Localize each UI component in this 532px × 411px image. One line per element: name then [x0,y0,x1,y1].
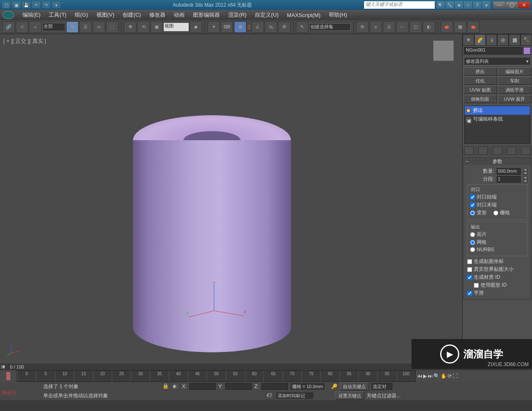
menu-view[interactable]: 视图(V) [92,11,118,19]
realworld-checkbox[interactable] [467,267,472,272]
angle-snap-icon[interactable]: ∠ [251,21,264,33]
close-button[interactable]: ✕ [518,1,530,9]
genmatid-checkbox[interactable] [467,275,472,280]
unique-icon[interactable] [493,146,502,155]
manipulate-icon[interactable]: ✦ [207,21,220,33]
named-sel-dropdown[interactable]: 创建选择集 [309,23,351,31]
mesh-radio[interactable] [470,240,475,245]
object-name-field[interactable]: NGon001 [464,47,522,54]
menu-customize[interactable]: 自定义(U) [251,11,283,19]
play-icon[interactable]: ▶ [423,373,427,379]
menu-animation[interactable]: 动画 [170,11,189,19]
menu-edit[interactable]: 编辑(E) [18,11,44,19]
open-icon[interactable]: ▣ [12,1,21,9]
redo-icon[interactable]: ↷ [42,1,51,9]
addtime-field[interactable]: 添加时间标记 [276,392,313,399]
mod-btn-editpatch[interactable]: 编辑面片 [498,67,532,76]
segments-field[interactable]: 1 [497,176,521,183]
select-name-icon[interactable]: ☰ [79,21,92,33]
rollout-header[interactable]: − 参数 [464,158,531,165]
mod-btn-optimize[interactable]: 优化 [463,77,497,85]
bind-icon[interactable]: ≈ [29,21,42,33]
mod-btn-turbosmooth[interactable]: 涡轮平滑 [498,86,532,94]
nav-zoom-icon[interactable]: 🔍 [433,373,440,379]
undo-icon[interactable]: ↶ [32,1,41,9]
patch-radio[interactable] [470,232,475,237]
snap-toggle-icon[interactable]: ⊞ [234,21,246,33]
nav-max-icon[interactable]: ⛶ [453,373,458,379]
pivot-icon[interactable]: ◆ [190,21,202,33]
new-icon[interactable]: ▢ [2,1,11,9]
app-icon[interactable] [2,11,14,19]
abs-rel-icon[interactable]: ◈ [172,383,180,390]
stack-item-extrude[interactable]: 挤出 [465,106,530,115]
expand-icon[interactable]: ▣ [466,117,470,121]
y-field[interactable] [225,383,252,390]
mod-btn-bevelprofile[interactable]: 倒角剖面 [463,95,497,103]
prevkey-icon[interactable]: ⏮ [417,373,422,379]
menu-group[interactable]: 组(G) [71,11,92,19]
qat-dropdown-icon[interactable]: ▾ [52,1,61,9]
keyboard-icon[interactable]: ⌨ [221,21,233,33]
tab-create-icon[interactable]: ✳ [463,34,474,46]
viewport-label[interactable]: [ + ][ 正交 ][ 真实 ] [3,37,46,45]
nav-pan-icon[interactable]: ✋ [441,373,447,379]
selection-filter[interactable]: 全部 [42,23,65,31]
select-icon[interactable]: ↖ [66,21,79,33]
curve-editor-icon[interactable]: 〰 [396,21,409,33]
object-color-swatch[interactable] [523,47,531,54]
smooth-checkbox[interactable] [467,291,472,296]
select-rect-icon[interactable]: ▭ [93,21,105,33]
selset-field[interactable]: 选定对 [372,383,392,390]
autokey-button[interactable]: 自动关键点 [340,382,369,391]
minimize-button[interactable]: — [493,1,505,9]
modifier-stack[interactable]: 挤出 ▣ 可编辑样条线 [464,106,530,144]
mod-btn-lathe[interactable]: 车削 [498,77,532,85]
grid-radio[interactable] [493,210,498,215]
wrench-icon[interactable]: 🔧 [446,1,454,9]
show-end-icon[interactable] [478,146,488,155]
bulb-icon[interactable] [466,109,470,113]
collapse-icon[interactable]: − [466,158,468,165]
mirror-icon[interactable]: ⧉ [356,21,369,33]
useshapeid-checkbox[interactable] [474,283,479,288]
menu-modifiers[interactable]: 修改器 [145,11,170,19]
genmap-checkbox[interactable] [467,259,472,264]
tab-utilities-icon[interactable]: 🔨 [520,34,532,46]
link-icon[interactable]: 🔗 [2,21,15,33]
modifier-list-dropdown[interactable]: 修改器列表▾ [464,57,531,65]
star-icon[interactable]: ★ [455,1,463,9]
nurbs-radio[interactable] [470,247,475,252]
cap-end-checkbox[interactable] [470,203,475,208]
select-window-icon[interactable]: ⬚ [106,21,118,33]
star2-icon[interactable]: ☆ [464,1,472,9]
x-field[interactable] [189,383,216,390]
amount-field[interactable]: 500.0mm [497,168,521,175]
save-icon[interactable]: 💾 [22,1,31,9]
help-dd-icon[interactable]: ▾ [482,1,490,9]
mod-btn-uvwmap[interactable]: UVW 贴图 [463,86,497,94]
tab-display-icon[interactable]: ▦ [509,34,520,46]
key-mode-icon[interactable]: 🔑 [331,384,337,389]
nextkey-icon[interactable]: ⏭ [428,373,433,379]
mod-btn-unwrap[interactable]: UVW 展开 [498,95,532,103]
ref-coord-dropdown[interactable]: 视图 [164,23,189,31]
morph-radio[interactable] [470,210,475,215]
key-marker[interactable] [6,372,10,380]
menu-tools[interactable]: 工具(T) [44,11,71,19]
nav-orbit-icon[interactable]: ⟳ [448,373,452,379]
menu-create[interactable]: 创建(C) [118,11,145,19]
frame-indicator[interactable]: 0 / 100 [6,364,28,369]
menu-grapheditors[interactable]: 图形编辑器 [189,11,224,19]
binoculars-icon[interactable]: 🔍 [436,1,445,9]
help-icon[interactable]: ? [473,1,481,9]
pin-stack-icon[interactable] [464,146,473,155]
tab-motion-icon[interactable]: ◎ [497,34,509,46]
tag-icon[interactable]: 🏷 [266,392,273,399]
render-icon[interactable]: 🫖 [467,21,480,33]
tab-modify-icon[interactable]: 🌈 [474,34,486,46]
menu-help[interactable]: 帮助(H) [325,11,351,19]
unlink-icon[interactable]: ⤫ [16,21,28,33]
render-setup-icon[interactable]: 🫖 [441,21,453,33]
search-input[interactable]: 键入关键字或短语 [364,1,435,9]
